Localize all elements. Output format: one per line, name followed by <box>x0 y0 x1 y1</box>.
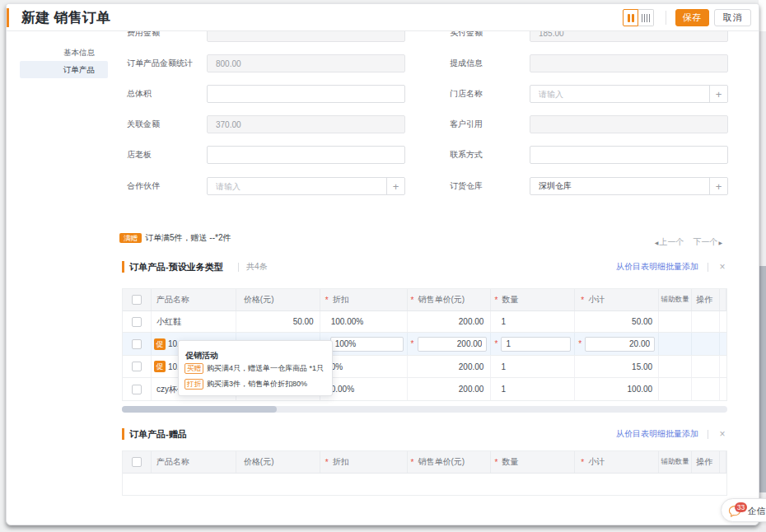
qty-cell: 1 <box>491 311 575 332</box>
title-accent-bar <box>7 8 9 27</box>
column-label: 销售单价(元) <box>418 294 465 306</box>
lookup-field: + <box>207 177 405 195</box>
select-all-checkbox[interactable] <box>132 457 142 467</box>
column-label: 数量 <box>502 456 518 468</box>
page-scrollbar[interactable] <box>759 31 766 532</box>
editable-cell: * <box>575 337 658 352</box>
row-checkbox[interactable] <box>132 317 142 327</box>
discount-cell: * <box>320 333 408 355</box>
next-promo-link[interactable]: 下一个▶ <box>693 236 722 248</box>
order-warehouse-add-icon[interactable]: + <box>709 178 727 194</box>
customer-reference-field <box>530 115 728 133</box>
column-label: 小计 <box>588 294 605 306</box>
field-label-related-amount: 关联金额 <box>127 115 203 133</box>
list-layout-button[interactable] <box>638 9 654 26</box>
field-label-product-amount-total: 订单产品金额统计 <box>127 54 203 72</box>
action-cell <box>692 311 720 332</box>
field-label-shop-owner: 店老板 <box>127 146 203 164</box>
discount-input[interactable] <box>330 337 404 352</box>
filler-cell <box>720 311 726 332</box>
field-label-commission-info: 提成信息 <box>450 54 525 72</box>
sidebar-item-order-products[interactable]: 订单产品 <box>20 61 108 78</box>
close-section-icon[interactable]: × <box>717 261 727 273</box>
partner-add-icon[interactable]: + <box>386 178 404 194</box>
required-icon: * <box>494 296 499 305</box>
unit-price-cell: * <box>408 333 492 355</box>
buy-gift-badge: 买赠 <box>184 363 203 374</box>
select-all-checkbox[interactable] <box>132 295 142 305</box>
partner-input[interactable] <box>208 178 386 194</box>
sidebar-item-basic-info[interactable]: 基本信息 <box>20 44 108 61</box>
row-checkbox[interactable] <box>132 339 142 349</box>
page-scrollbar-thumb[interactable] <box>759 266 766 492</box>
filler-cell <box>720 451 726 473</box>
promo-pager: ◀上一个 下一个▶ <box>655 236 722 248</box>
store-name-input[interactable] <box>530 86 709 102</box>
batch-add-from-pricelist-link[interactable]: 从价目表明细批量添加 <box>616 261 698 273</box>
col-discount: *折扣 <box>320 451 408 473</box>
chat-label: 企信 <box>748 506 765 517</box>
order-warehouse-field: + <box>530 177 728 195</box>
order-warehouse-input[interactable] <box>530 178 709 194</box>
table-scrollbar-thumb[interactable] <box>122 406 277 413</box>
save-button[interactable]: 保存 <box>675 9 709 26</box>
pager-label: 上一个 <box>659 236 684 248</box>
close-section-icon[interactable]: × <box>717 428 727 440</box>
aux-qty-cell <box>659 311 692 332</box>
layout-toggle <box>623 9 654 26</box>
page-corner <box>759 0 766 31</box>
section-divider <box>238 263 239 272</box>
required-icon: * <box>325 296 330 305</box>
field-label-paid-amount: 实付金额 <box>450 31 525 42</box>
checkbox-cell <box>123 333 152 355</box>
toolbar: 保存 取消 <box>623 9 759 26</box>
pause-icon-bar <box>632 14 634 22</box>
cancel-button[interactable]: 取消 <box>714 9 751 26</box>
col-aux-qty: 辅助数量 <box>659 289 692 310</box>
row-checkbox[interactable] <box>132 385 142 394</box>
action-cell <box>692 378 720 400</box>
two-column-layout-button[interactable] <box>623 9 638 26</box>
col-qty: *数量 <box>491 289 575 310</box>
subtotal-cell: 50.00 <box>575 311 659 332</box>
column-label: 折扣 <box>333 456 349 468</box>
unit-price-cell: 200.00 <box>408 311 492 332</box>
filler-cell <box>720 356 726 377</box>
column-label: 数量 <box>502 294 518 306</box>
chat-widget[interactable]: 33 企信 <box>721 498 766 522</box>
row-checkbox[interactable] <box>132 362 142 371</box>
unit-price-input[interactable] <box>418 337 488 352</box>
discount-badge: 打折 <box>184 379 203 390</box>
action-cell <box>692 356 720 377</box>
tooltip-discount-text: 购买满3件，销售单价折扣80% <box>207 379 307 390</box>
paid-amount-field <box>530 31 728 42</box>
action-cell <box>692 333 720 355</box>
promotion-tooltip: 促销活动 买赠 购买满4只，赠送单一仓库商品 *1只 打折 购买满3件，销售单价… <box>178 340 333 396</box>
lookup-field: + <box>530 85 728 103</box>
store-name-add-icon[interactable]: + <box>709 86 727 102</box>
aux-qty-cell <box>659 356 692 377</box>
left-arrow-icon: ◀ <box>655 240 659 245</box>
table-horizontal-scrollbar[interactable] <box>122 406 727 413</box>
unit-price-cell: 200.00 <box>408 378 492 400</box>
tooltip-line-discount: 打折 购买满3件，销售单价折扣80% <box>184 379 307 390</box>
pager-label: 下一个 <box>693 236 717 248</box>
products-table-header: 产品名称 价格(元) *折扣 *销售单价(元) *数量 *小计 辅助数量 操作 <box>123 288 726 311</box>
qty-cell: 1 <box>491 378 575 400</box>
gifts-table-header: 产品名称 价格(元) *折扣 *销售单价(元) *数量 *小计 辅助数量 操作 <box>123 450 726 474</box>
required-icon: * <box>494 458 499 467</box>
unread-count-badge: 33 <box>735 502 747 512</box>
price-cell: 50.00 <box>236 311 320 332</box>
batch-add-from-pricelist-link[interactable]: 从价目表明细批量添加 <box>616 428 698 440</box>
col-product-name: 产品名称 <box>152 451 236 473</box>
aux-qty-cell <box>659 378 692 400</box>
col-discount: *折扣 <box>320 289 408 310</box>
bars-icon <box>642 14 643 22</box>
subtotal-input[interactable] <box>585 337 655 352</box>
products-section-title: 订单产品-预设业务类型 <box>129 261 223 273</box>
fee-amount-field <box>207 31 405 42</box>
qty-input[interactable] <box>501 337 571 352</box>
right-arrow-icon: ▶ <box>718 240 722 245</box>
previous-promo-link[interactable]: ◀上一个 <box>655 236 684 248</box>
tooltip-title: 促销活动 <box>185 350 218 362</box>
